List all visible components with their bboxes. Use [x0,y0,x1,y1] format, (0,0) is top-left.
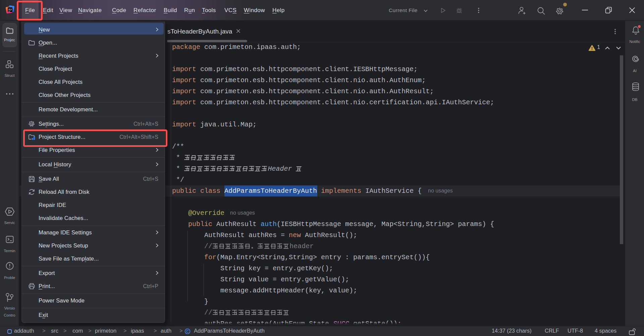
svg-text:C: C [186,329,189,333]
